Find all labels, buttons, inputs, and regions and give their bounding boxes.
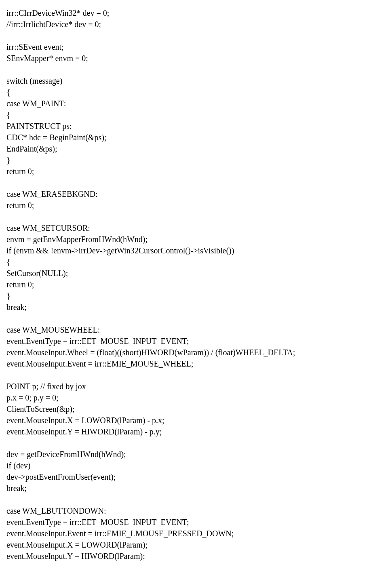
code-line: ClientToScreen(&p); <box>6 403 382 415</box>
code-line: break; <box>6 483 382 494</box>
code-line: } <box>6 154 382 166</box>
code-line: return 0; <box>6 166 382 177</box>
code-line: { <box>6 86 382 98</box>
blank-line <box>6 437 382 449</box>
code-line: event.MouseInput.Wheel = (float)((short)… <box>6 347 382 358</box>
code-line: PAINTSTRUCT ps; <box>6 120 382 132</box>
blank-line <box>6 313 382 324</box>
code-line: EndPaint(&ps); <box>6 143 382 154</box>
code-line: event.MouseInput.X = LOWORD(lParam); <box>6 539 382 550</box>
code-block: irr::CIrrDeviceWin32* dev = 0;//irr::Irr… <box>6 7 382 562</box>
code-line: event.EventType = irr::EET_MOUSE_INPUT_E… <box>6 516 382 528</box>
code-line: { <box>6 109 382 120</box>
blank-line <box>6 30 382 41</box>
code-line: //irr::IrrlichtDevice* dev = 0; <box>6 19 382 30</box>
blank-line <box>6 64 382 75</box>
code-line: { <box>6 256 382 268</box>
code-line: case WM_LBUTTONDOWN: <box>6 505 382 516</box>
code-line: return 0; <box>6 279 382 290</box>
code-line: case WM_SETCURSOR: <box>6 222 382 234</box>
code-line: case WM_MOUSEWHEEL: <box>6 324 382 335</box>
code-line: case WM_ERASEBKGND: <box>6 188 382 200</box>
code-line: dev = getDeviceFromHWnd(hWnd); <box>6 449 382 460</box>
code-line: SetCursor(NULL); <box>6 268 382 279</box>
code-line: case WM_PAINT: <box>6 98 382 109</box>
code-line: if (dev) <box>6 460 382 471</box>
code-line: envm = getEnvMapperFromHWnd(hWnd); <box>6 234 382 245</box>
code-line: p.x = 0; p.y = 0; <box>6 392 382 403</box>
code-line: return 0; <box>6 200 382 211</box>
code-line: CDC* hdc = BeginPaint(&ps); <box>6 132 382 143</box>
code-line: switch (message) <box>6 75 382 86</box>
code-line: event.MouseInput.Y = HIWORD(lParam) - p.… <box>6 426 382 437</box>
blank-line <box>6 211 382 222</box>
code-line: event.MouseInput.Y = HIWORD(lParam); <box>6 550 382 562</box>
code-line: if (envm && !envm->irrDev->getWin32Curso… <box>6 245 382 256</box>
code-line: } <box>6 290 382 301</box>
code-line: break; <box>6 301 382 313</box>
code-line: event.MouseInput.Event = irr::EMIE_LMOUS… <box>6 528 382 539</box>
code-line: SEnvMapper* envm = 0; <box>6 53 382 64</box>
code-line: irr::CIrrDeviceWin32* dev = 0; <box>6 7 382 19</box>
blank-line <box>6 177 382 188</box>
code-line: irr::SEvent event; <box>6 41 382 53</box>
blank-line <box>6 494 382 505</box>
code-line: event.EventType = irr::EET_MOUSE_INPUT_E… <box>6 335 382 347</box>
code-line: event.MouseInput.X = LOWORD(lParam) - p.… <box>6 415 382 426</box>
blank-line <box>6 369 382 381</box>
code-line: dev->postEventFromUser(event); <box>6 471 382 483</box>
code-line: POINT p; // fixed by jox <box>6 381 382 392</box>
code-line: event.MouseInput.Event = irr::EMIE_MOUSE… <box>6 358 382 369</box>
